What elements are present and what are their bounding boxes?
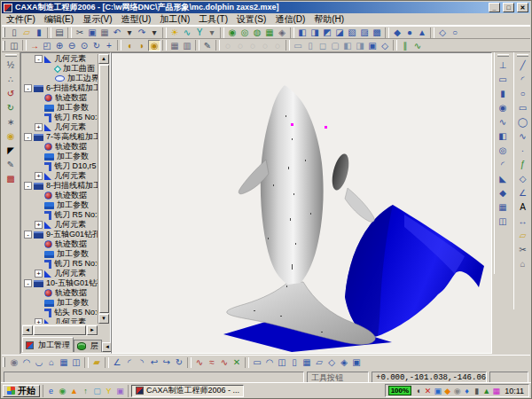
verify-icon-2[interactable]: ●	[403, 27, 416, 38]
display-wireframe-icon[interactable]: ◖	[123, 40, 136, 51]
projection-tool-icon[interactable]: ∠	[515, 186, 530, 200]
disabled-tool-icon-3[interactable]: ◌	[246, 40, 259, 51]
menu-item[interactable]: 工具(T)	[194, 13, 232, 26]
tree-expand-toggle[interactable]: -	[24, 279, 32, 287]
surf-rect-icon[interactable]: ▭	[251, 356, 263, 368]
toolpath-icon-6[interactable]: ▨	[358, 27, 371, 38]
machine-icon-1[interactable]: ◇	[436, 27, 449, 38]
paste-icon[interactable]: ▦	[98, 27, 111, 38]
menu-item[interactable]: 文件(F)	[2, 13, 40, 26]
stamp-tool-icon[interactable]: ⌂	[515, 257, 530, 271]
simulate-icon-1[interactable]: ◉	[226, 27, 239, 38]
spline-draw-icon[interactable]: ∿	[411, 40, 424, 51]
zoom-out-icon[interactable]: ⊖	[66, 40, 78, 51]
sketch-pencil-icon[interactable]: ✎	[201, 40, 214, 51]
window-layout-icon[interactable]: ◫	[8, 40, 20, 51]
visibility-toggle-icon[interactable]: ◉	[8, 356, 20, 368]
surf-diamond-icon[interactable]: ◇	[325, 356, 338, 368]
undo-icon[interactable]: ↶	[111, 27, 123, 38]
window-icon[interactable]: ▢	[91, 387, 103, 395]
fillet-icon[interactable]: ◜	[496, 158, 511, 172]
polygon-tool-icon[interactable]: ◇	[515, 172, 530, 186]
toolpath-icon-1[interactable]: ◧	[296, 27, 309, 38]
surface-dome-icon[interactable]: ◠	[20, 356, 33, 368]
loop-right-icon[interactable]: ↪	[160, 356, 173, 368]
solid-tool-icon-6[interactable]: ◨	[354, 40, 366, 51]
arc-tool-icon[interactable]: ◜	[515, 73, 530, 87]
show-all-icon[interactable]: ◉	[4, 129, 19, 144]
curve-red-icon-1[interactable]: ∿	[193, 356, 206, 368]
maximize-button[interactable]: □	[503, 3, 514, 12]
usb-icon[interactable]: ▮	[472, 387, 481, 395]
sketch-pen-icon[interactable]: ✎	[4, 158, 19, 172]
toolbar-grip[interactable]	[3, 357, 5, 367]
media-icon[interactable]: ▣	[114, 387, 126, 395]
toolpath-icon-4[interactable]: ◪	[333, 27, 346, 38]
hole-icon[interactable]: ◎	[496, 144, 511, 158]
tree-expand-toggle[interactable]: +	[35, 123, 43, 131]
safety-icon[interactable]: ▲	[481, 387, 491, 395]
simulate-icon-3[interactable]: ◍	[251, 27, 263, 38]
scroll-left-icon[interactable]: ◄	[22, 325, 33, 335]
simulate-icon-2[interactable]: ◎	[239, 27, 251, 38]
refresh-view-icon[interactable]: ∗	[4, 115, 19, 129]
verify-icon-1[interactable]: ◆	[391, 27, 403, 38]
tree-expand-toggle[interactable]: +	[35, 172, 43, 180]
point-marker-1[interactable]	[291, 123, 293, 126]
show-desktop-icon[interactable]: ↑	[80, 387, 91, 395]
formula-curve-icon[interactable]: ƒ	[515, 158, 530, 172]
tree-expand-toggle[interactable]: -	[24, 133, 32, 141]
new-file-icon[interactable]: ▯	[8, 27, 20, 38]
display-hidden-icon[interactable]: ◗	[136, 40, 148, 51]
boolean-icon[interactable]: ◆	[496, 186, 511, 200]
line-tool-icon[interactable]: ╱	[515, 59, 530, 73]
scroll-right-icon[interactable]: ►	[87, 325, 98, 335]
tree-horizontal-scrollbar[interactable]: ◄ ►	[22, 325, 98, 336]
zoom-in-icon[interactable]: ⊕	[53, 40, 66, 51]
3d-viewport[interactable]	[111, 52, 492, 354]
array-icon[interactable]: ▦	[496, 200, 511, 215]
sweep-icon[interactable]: ∿	[496, 115, 511, 129]
tree-expand-toggle[interactable]: +	[35, 318, 43, 324]
rotate-loop-icon[interactable]: ↻	[173, 356, 185, 368]
solid-tool-icon-4[interactable]: ▢	[329, 40, 341, 51]
menu-item[interactable]: 造型(U)	[116, 13, 155, 26]
toolbar-grip[interactable]	[497, 54, 509, 57]
update-icon[interactable]: ◆	[442, 387, 452, 395]
mail-icon[interactable]: ◉	[57, 387, 68, 395]
toolpath-icon-7[interactable]: ▩	[371, 27, 383, 38]
surf-win-icon[interactable]: ◫	[276, 356, 288, 368]
trim-tool-icon[interactable]: ✂	[515, 243, 530, 257]
angle-line-icon[interactable]: ∠	[111, 356, 123, 368]
minimize-button[interactable]: _	[489, 3, 500, 12]
tree-vertical-scrollbar[interactable]: ▲ ▼	[98, 54, 109, 324]
scrollbar-thumb[interactable]	[34, 325, 86, 335]
cascade-windows-icon[interactable]: ▦	[168, 40, 181, 51]
save-file-icon[interactable]: ▮	[33, 27, 45, 38]
solid-tool-icon-5[interactable]: ◧	[341, 40, 354, 51]
start-button[interactable]: 开始	[3, 385, 40, 397]
mirror-icon[interactable]: ◫	[496, 215, 511, 229]
solid-tool-icon-3[interactable]: ◻	[317, 40, 329, 51]
point-marker-2[interactable]	[325, 126, 327, 129]
solid-tool-icon-2[interactable]: ▯	[304, 40, 317, 51]
tree-expand-toggle[interactable]: -	[35, 55, 43, 63]
color-dropdown-icon[interactable]: ▾	[206, 27, 218, 38]
zoom-all-icon[interactable]: ⊙	[78, 40, 90, 51]
verify-icon-3[interactable]: ▲	[416, 27, 428, 38]
filter-icon[interactable]: Y	[193, 27, 206, 38]
surface-mesh-icon[interactable]: ▦	[58, 356, 70, 368]
surf-box-icon[interactable]: ▣	[350, 356, 363, 368]
menu-item[interactable]: 设置(S)	[232, 13, 270, 26]
solid-tool-icon-8[interactable]: ◇	[379, 40, 391, 51]
delete-eraser-icon[interactable]: ▰	[90, 356, 103, 368]
toolbar-grip[interactable]	[517, 54, 528, 57]
point-tool-icon[interactable]: ∙	[515, 144, 530, 158]
tree-expand-toggle[interactable]: +	[35, 270, 43, 278]
panel-tab[interactable]: 加工管理	[22, 337, 74, 352]
text-tool-icon[interactable]: A	[515, 200, 530, 215]
ime-icon[interactable]: ▦	[491, 387, 501, 395]
point-toggle-icon[interactable]: ∴	[4, 73, 19, 87]
toolpath-icon-5[interactable]: ▧	[346, 27, 358, 38]
redo-icon[interactable]: ↷	[136, 27, 148, 38]
